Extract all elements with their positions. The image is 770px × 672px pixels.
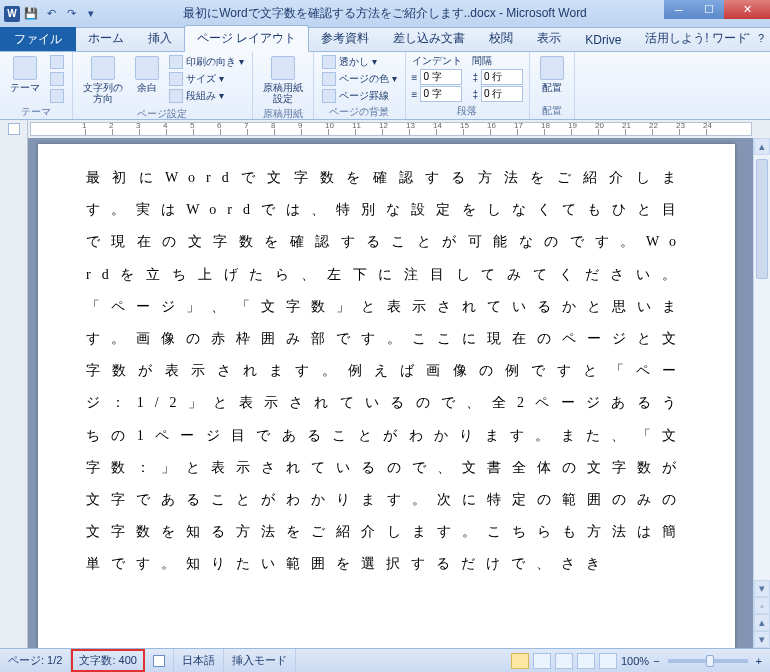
view-full-screen[interactable] [533, 653, 551, 669]
close-button[interactable]: ✕ [724, 0, 770, 19]
minimize-ribbon-icon[interactable]: ˆ [746, 32, 750, 44]
zoom-in-button[interactable]: + [756, 655, 762, 667]
arrange-button[interactable]: 配置 [536, 54, 568, 95]
maximize-button[interactable]: ☐ [694, 0, 724, 19]
status-bar: ページ: 1/2 文字数: 400 日本語 挿入モード 100% − + [0, 648, 770, 672]
themes-button[interactable]: テーマ [6, 54, 44, 95]
group-paragraph: インデント ≡ ≡ 間隔 ‡ ‡ 段落 [406, 52, 530, 119]
file-tab[interactable]: ファイル [0, 27, 76, 51]
text-direction-icon [91, 56, 115, 80]
group-page-background: 透かし ▾ ページの色 ▾ ページ罫線 ページの背景 [314, 52, 406, 119]
next-page-button[interactable]: ▾ [754, 631, 770, 648]
arrange-icon [540, 56, 564, 80]
vertical-ruler[interactable] [0, 138, 28, 648]
minimize-button[interactable]: ─ [664, 0, 694, 19]
genko-button[interactable]: 原稿用紙 設定 [259, 54, 307, 106]
indent-label: インデント [412, 54, 463, 68]
word-app-icon: W [4, 6, 20, 22]
size-button[interactable]: サイズ ▾ [167, 71, 246, 87]
quick-access-toolbar: W 💾 ↶ ↷ ▾ [0, 5, 100, 23]
watermark-button[interactable]: 透かし ▾ [320, 54, 399, 70]
orientation-button[interactable]: 印刷の向き ▾ [167, 54, 246, 70]
page-color-button[interactable]: ページの色 ▾ [320, 71, 399, 87]
document-page[interactable]: 最初にWordで文字数を確認する方法をご紹介します。実はWordでは、特別な設定… [38, 144, 735, 648]
window-title: 最初にWordで文字数を確認する方法をご紹介します..docx - Micros… [183, 5, 587, 22]
tab-page-layout[interactable]: ページ レイアウト [184, 25, 309, 52]
view-draft[interactable] [599, 653, 617, 669]
qat-customize-icon[interactable]: ▾ [82, 5, 100, 23]
view-print-layout[interactable] [511, 653, 529, 669]
horizontal-ruler[interactable]: 123456789101112131415161718192021222324 [30, 122, 752, 136]
zoom-slider[interactable] [668, 659, 748, 663]
tab-mailings[interactable]: 差し込み文書 [381, 26, 477, 51]
columns-button[interactable]: 段組み ▾ [167, 88, 246, 104]
zoom-out-button[interactable]: − [653, 655, 659, 667]
horizontal-ruler-row: 123456789101112131415161718192021222324 [0, 120, 770, 138]
help-icon[interactable]: ? [758, 32, 764, 44]
group-page-setup: 文字列の 方向 余白 印刷の向き ▾ サイズ ▾ 段組み ▾ ページ設定 [73, 52, 253, 119]
spacing-before[interactable]: ‡ [472, 69, 523, 85]
group-genko: 原稿用紙 設定 原稿用紙 [253, 52, 314, 119]
ruler-corner[interactable] [0, 120, 28, 138]
status-language[interactable]: 日本語 [174, 649, 224, 672]
theme-colors-button[interactable] [48, 54, 66, 70]
status-right: 100% − + [511, 653, 770, 669]
status-page[interactable]: ページ: 1/2 [0, 649, 71, 672]
scroll-down-button[interactable]: ▾ [754, 580, 770, 597]
prev-page-button[interactable]: ▴ [754, 614, 770, 631]
scroll-thumb[interactable] [756, 159, 768, 279]
margins-icon [135, 56, 159, 80]
page-border-button[interactable]: ページ罫線 [320, 88, 399, 104]
undo-icon[interactable]: ↶ [42, 5, 60, 23]
window-controls: ─ ☐ ✕ [664, 0, 770, 19]
workspace: 最初にWordで文字数を確認する方法をご紹介します。実はWordでは、特別な設定… [0, 138, 770, 648]
redo-icon[interactable]: ↷ [62, 5, 80, 23]
scroll-up-button[interactable]: ▴ [754, 138, 770, 155]
ribbon-tabs: ファイル ホーム 挿入 ページ レイアウト 参考資料 差し込み文書 校閲 表示 … [0, 28, 770, 52]
themes-icon [13, 56, 37, 80]
page-area: 最初にWordで文字数を確認する方法をご紹介します。実はWordでは、特別な設定… [28, 138, 753, 648]
tab-insert[interactable]: 挿入 [136, 26, 184, 51]
save-icon[interactable]: 💾 [22, 5, 40, 23]
zoom-level[interactable]: 100% [621, 655, 649, 667]
tab-review[interactable]: 校閲 [477, 26, 525, 51]
tab-home[interactable]: ホーム [76, 26, 136, 51]
view-web-layout[interactable] [555, 653, 573, 669]
tab-view[interactable]: 表示 [525, 26, 573, 51]
status-insert-mode[interactable]: 挿入モード [224, 649, 296, 672]
tab-katsuyo[interactable]: 活用しよう! ワード [633, 26, 760, 51]
group-theme: テーマ テーマ [0, 52, 73, 119]
view-outline[interactable] [577, 653, 595, 669]
margins-button[interactable]: 余白 [131, 54, 163, 95]
vertical-scrollbar[interactable]: ▴ ▾ ◦ ▴ ▾ [753, 138, 770, 648]
tab-references[interactable]: 参考資料 [309, 26, 381, 51]
indent-right[interactable]: ≡ [412, 86, 463, 102]
spacing-label: 間隔 [472, 54, 523, 68]
text-direction-button[interactable]: 文字列の 方向 [79, 54, 127, 106]
tab-kdrive[interactable]: KDrive [573, 29, 633, 51]
zoom-knob[interactable] [706, 655, 714, 667]
title-bar: W 💾 ↶ ↷ ▾ 最初にWordで文字数を確認する方法をご紹介します..doc… [0, 0, 770, 28]
spacing-after[interactable]: ‡ [472, 86, 523, 102]
status-word-count[interactable]: 文字数: 400 [71, 649, 144, 672]
status-proofing[interactable] [145, 649, 174, 672]
scroll-track[interactable] [754, 155, 770, 580]
theme-effects-button[interactable] [48, 88, 66, 104]
document-text[interactable]: 最初にWordで文字数を確認する方法をご紹介します。実はWordでは、特別な設定… [86, 162, 687, 580]
browse-object-button[interactable]: ◦ [754, 597, 770, 614]
theme-fonts-button[interactable] [48, 71, 66, 87]
genko-icon [271, 56, 295, 80]
group-arrange: 配置 配置 [530, 52, 575, 119]
indent-left[interactable]: ≡ [412, 69, 463, 85]
proofing-check-icon [153, 655, 165, 667]
ribbon: テーマ テーマ 文字列の 方向 余白 印刷の向き ▾ サイズ ▾ 段組み ▾ [0, 52, 770, 120]
